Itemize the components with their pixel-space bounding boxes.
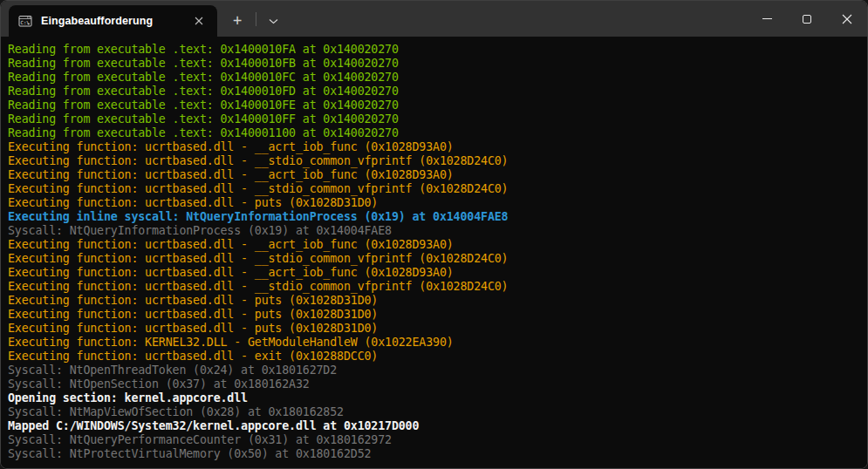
minimize-icon bbox=[762, 18, 772, 19]
terminal-line: Executing function: ucrtbased.dll - __st… bbox=[8, 252, 860, 266]
tab-eingabeaufforderung[interactable]: C:\ Eingabeaufforderung bbox=[9, 5, 217, 37]
terminal-line: Executing function: ucrtbased.dll - puts… bbox=[8, 322, 860, 336]
cmd-icon: C:\ bbox=[18, 14, 32, 28]
terminal-output[interactable]: Reading from executable .text: 0x1400010… bbox=[1, 37, 867, 468]
terminal-line: Reading from executable .text: 0x1400010… bbox=[8, 112, 860, 126]
terminal-line: Syscall: NtOpenSection (0x37) at 0x18016… bbox=[8, 377, 860, 391]
window-controls bbox=[747, 1, 867, 37]
terminal-line: Executing function: ucrtbased.dll - __ac… bbox=[8, 266, 860, 280]
terminal-line: Executing function: ucrtbased.dll - puts… bbox=[8, 308, 860, 322]
terminal-line: Syscall: NtQueryInformationProcess (0x19… bbox=[8, 224, 860, 238]
terminal-line: Executing function: ucrtbased.dll - __st… bbox=[8, 280, 860, 294]
terminal-line: Mapped C:/WINDOWS/System32/kernel.appcor… bbox=[8, 419, 860, 433]
tabbar-divider bbox=[256, 12, 256, 26]
tab-close-button[interactable] bbox=[189, 11, 208, 31]
close-icon bbox=[842, 14, 852, 24]
new-tab-button[interactable]: + bbox=[222, 6, 252, 36]
terminal-line: Syscall: NtOpenThreadToken (0x24) at 0x1… bbox=[8, 364, 860, 377]
terminal-line: Reading from executable .text: 0x1400010… bbox=[8, 85, 860, 99]
terminal-line: Reading from executable .text: 0x1400010… bbox=[8, 57, 860, 71]
terminal-line: Opening section: kernel.appcore.dll bbox=[8, 391, 860, 405]
terminal-line: Executing function: KERNEL32.DLL - GetMo… bbox=[8, 336, 860, 350]
maximize-icon bbox=[803, 15, 811, 24]
terminal-line: Executing function: ucrtbased.dll - puts… bbox=[8, 196, 860, 210]
minimize-button[interactable] bbox=[747, 1, 787, 37]
terminal-line: Syscall: NtQueryPerformanceCounter (0x31… bbox=[8, 433, 860, 447]
tab-title: Eingabeaufforderung bbox=[41, 15, 184, 27]
terminal-line: Executing function: ucrtbased.dll - puts… bbox=[8, 294, 860, 308]
terminal-window: C:\ Eingabeaufforderung + bbox=[0, 0, 868, 469]
terminal-line: Executing function: ucrtbased.dll - exit… bbox=[8, 350, 860, 364]
maximize-button[interactable] bbox=[787, 1, 827, 37]
terminal-line: Executing function: ucrtbased.dll - __ac… bbox=[8, 168, 860, 182]
terminal-line: Executing function: ucrtbased.dll - __ac… bbox=[8, 140, 860, 154]
chevron-down-icon bbox=[269, 18, 278, 24]
close-button[interactable] bbox=[827, 1, 867, 37]
terminal-line: Reading from executable .text: 0x1400010… bbox=[8, 71, 860, 85]
terminal-line: Executing function: ucrtbased.dll - __st… bbox=[8, 182, 860, 196]
tab-dropdown-button[interactable] bbox=[258, 6, 288, 36]
terminal-line: Syscall: NtProtectVirtualMemory (0x50) a… bbox=[8, 447, 860, 461]
terminal-line: Reading from executable .text: 0x1400010… bbox=[8, 43, 860, 57]
terminal-line: Executing inline syscall: NtQueryInforma… bbox=[8, 210, 860, 224]
terminal-line: Executing function: ucrtbased.dll - __st… bbox=[8, 154, 860, 168]
terminal-line: Executing function: ucrtbased.dll - __ac… bbox=[8, 238, 860, 252]
svg-text:C:\: C:\ bbox=[21, 20, 30, 25]
terminal-line: Syscall: NtMapViewOfSection (0x28) at 0x… bbox=[8, 405, 860, 419]
terminal-line: Reading from executable .text: 0x1400010… bbox=[8, 99, 860, 112]
titlebar[interactable]: C:\ Eingabeaufforderung + bbox=[1, 1, 867, 37]
close-icon bbox=[195, 17, 203, 25]
terminal-line: Reading from executable .text: 0x1400011… bbox=[8, 126, 860, 140]
